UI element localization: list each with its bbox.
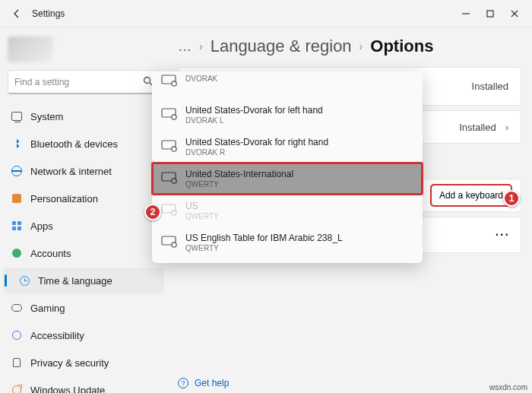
- nav-list: System Bluetooth & devices Network & int…: [3, 103, 164, 393]
- sidebar-item-label: Time & language: [38, 275, 112, 287]
- minimize-button[interactable]: [461, 8, 471, 19]
- privacy-icon: [11, 357, 23, 369]
- dropdown-item-disabled: USQWERTY: [152, 195, 423, 227]
- sidebar-item-label: Bluetooth & devices: [30, 138, 118, 150]
- sidebar-item-label: Accessibility: [30, 330, 84, 341]
- sidebar-item-network[interactable]: Network & internet: [3, 158, 164, 184]
- gaming-icon: [11, 302, 23, 314]
- help-icon: ?: [178, 378, 188, 388]
- sidebar-item-label: Accounts: [30, 248, 71, 259]
- dropdown-item-sub: QWERTY: [185, 244, 343, 252]
- sidebar-item-label: Personalization: [30, 193, 98, 204]
- card-status: Installed: [472, 81, 508, 92]
- svg-point-7: [172, 81, 176, 86]
- sidebar-item-label: Privacy & security: [30, 357, 109, 369]
- dropdown-item-name: United States-International: [185, 169, 293, 179]
- dropdown-item-name: US: [185, 201, 219, 211]
- update-icon: [11, 384, 23, 393]
- avatar[interactable]: [8, 36, 53, 62]
- keyboard-icon: [161, 236, 178, 250]
- window-buttons: [461, 8, 526, 19]
- sidebar-item-privacy[interactable]: Privacy & security: [3, 350, 164, 376]
- svg-point-2: [144, 77, 150, 83]
- dropdown-item-selected[interactable]: United States-InternationalQWERTY: [152, 163, 423, 195]
- bluetooth-icon: [11, 138, 23, 150]
- dropdown-item[interactable]: United States-Dvorak for right handDVORA…: [152, 131, 423, 163]
- dropdown-item-sub: QWERTY: [185, 180, 293, 189]
- system-icon: [11, 110, 23, 122]
- chevron-right-icon: ›: [505, 122, 508, 133]
- svg-point-13: [172, 178, 176, 182]
- breadcrumb: … › Language & region › Options: [178, 36, 521, 56]
- dropdown-item[interactable]: US English Table for IBM Arabic 238_LQWE…: [152, 227, 423, 258]
- sidebar-item-time-language[interactable]: Time & language: [3, 268, 164, 293]
- keyboard-icon: [161, 140, 178, 154]
- accessibility-icon: [11, 329, 23, 341]
- dropdown-item-sub: DVORAK L: [185, 116, 323, 125]
- sidebar-item-bluetooth[interactable]: Bluetooth & devices: [3, 131, 164, 157]
- dropdown-item-name: United States-Dvorak for left hand: [185, 105, 323, 116]
- svg-point-11: [172, 146, 176, 151]
- sidebar-item-label: System: [30, 111, 63, 122]
- dropdown-item-sub: QWERTY: [185, 212, 219, 220]
- keyboard-icon: [161, 74, 178, 89]
- sidebar-item-accessibility[interactable]: Accessibility: [3, 322, 164, 348]
- apps-icon: [11, 220, 23, 232]
- search-placeholder: Find a setting: [14, 77, 69, 87]
- svg-point-15: [172, 210, 176, 214]
- credit-text: wsxdn.com: [489, 383, 527, 391]
- sidebar-item-system[interactable]: System: [3, 103, 164, 129]
- search-input[interactable]: Find a setting: [8, 70, 160, 94]
- close-button[interactable]: [509, 8, 520, 19]
- dropdown-item[interactable]: DVORAK: [152, 74, 423, 99]
- titlebar: Settings: [0, 0, 532, 27]
- annotation-marker-2: 2: [144, 204, 161, 220]
- svg-point-9: [172, 114, 176, 119]
- keyboard-icon: [161, 204, 178, 218]
- get-help-link[interactable]: ? Get help: [178, 378, 229, 388]
- chevron-right-icon: ›: [199, 40, 203, 52]
- sidebar-item-label: Network & internet: [30, 166, 112, 177]
- chevron-right-icon: ›: [359, 40, 363, 52]
- arrow-left-icon: [11, 8, 22, 19]
- sidebar-item-accounts[interactable]: Accounts: [3, 240, 164, 266]
- dropdown-item-sub: DVORAK R: [185, 148, 328, 157]
- sidebar-item-label: Windows Update: [30, 385, 105, 394]
- sidebar-item-apps[interactable]: Apps: [3, 213, 164, 239]
- keyboard-layout-dropdown: DVORAK United States-Dvorak for left han…: [152, 71, 423, 263]
- svg-rect-1: [487, 11, 493, 17]
- window-title: Settings: [32, 8, 65, 19]
- dropdown-item-name: United States-Dvorak for right hand: [185, 137, 328, 147]
- breadcrumb-level-2: Options: [370, 36, 433, 56]
- breadcrumb-overflow[interactable]: …: [178, 39, 192, 55]
- card-status: Installed: [459, 122, 496, 133]
- keyboard-icon: [161, 172, 178, 186]
- keyboard-icon: [161, 108, 178, 122]
- dropdown-item-sub: DVORAK: [185, 74, 217, 83]
- add-keyboard-button[interactable]: Add a keyboard: [431, 185, 511, 206]
- sidebar-item-label: Gaming: [30, 303, 65, 314]
- back-button[interactable]: [6, 3, 27, 24]
- network-icon: [11, 165, 23, 177]
- svg-point-17: [172, 242, 176, 246]
- help-label: Get help: [195, 378, 229, 388]
- dropdown-item[interactable]: United States-Dvorak for left handDVORAK…: [152, 99, 423, 131]
- sidebar: Find a setting System Bluetooth & device…: [0, 27, 167, 393]
- personalization-icon: [11, 192, 23, 204]
- more-button[interactable]: ···: [496, 228, 510, 242]
- accounts-icon: [11, 247, 23, 259]
- sidebar-item-label: Apps: [30, 220, 53, 232]
- breadcrumb-level-1[interactable]: Language & region: [211, 36, 352, 56]
- annotation-marker-1: 1: [503, 190, 520, 207]
- sidebar-item-update[interactable]: Windows Update: [3, 377, 164, 393]
- sidebar-item-gaming[interactable]: Gaming: [3, 295, 164, 321]
- sidebar-item-personalization[interactable]: Personalization: [3, 185, 164, 211]
- maximize-button[interactable]: [485, 8, 496, 19]
- time-language-icon: [18, 274, 30, 287]
- dropdown-item-name: US English Table for IBM Arabic 238_L: [185, 233, 343, 243]
